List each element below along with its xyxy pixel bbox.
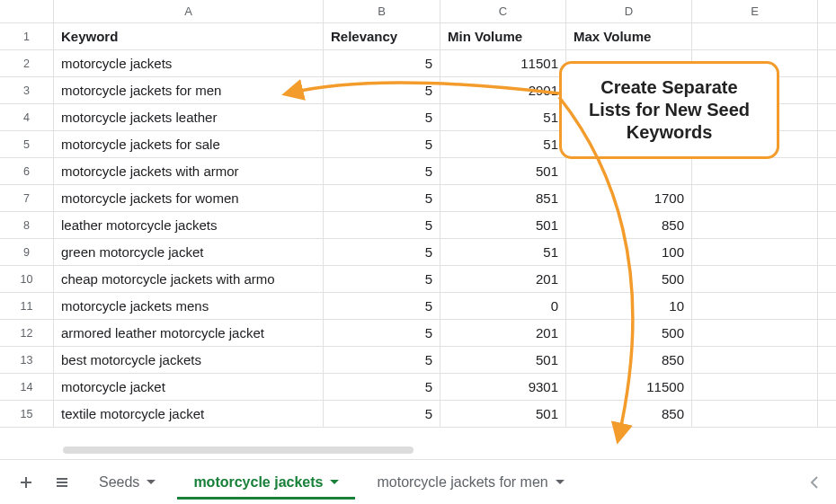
header-empty[interactable] [692,23,818,49]
row-number[interactable]: 5 [0,131,54,157]
horizontal-scrollbar[interactable] [63,447,414,454]
cell-relevancy[interactable]: 5 [324,266,440,292]
cell-empty[interactable] [692,347,818,373]
row-number[interactable]: 12 [0,320,54,346]
cell-min[interactable]: 501 [440,212,566,238]
cell-relevancy[interactable]: 5 [324,50,440,76]
cell-min[interactable]: 51 [440,104,566,130]
cell-keyword[interactable]: motorcycle jackets for women [54,185,324,211]
row-number[interactable]: 9 [0,239,54,265]
cell-keyword[interactable]: motorcycle jackets with armor [54,158,324,184]
sheet-tab-seeds[interactable]: Seeds [83,465,172,500]
cell-keyword[interactable]: motorcycle jacket [54,374,324,400]
cell-max[interactable]: 850 [566,212,692,238]
cell-relevancy[interactable]: 5 [324,158,440,184]
cell-keyword[interactable]: best motorcycle jackets [54,347,324,373]
cell-min[interactable]: 501 [440,401,566,427]
cell-keyword[interactable]: motorcycle jackets for sale [54,131,324,157]
cell-max[interactable]: 1700 [566,185,692,211]
cell-keyword[interactable]: armored leather motorcycle jacket [54,320,324,346]
select-all-corner[interactable] [0,0,54,22]
table-row: 10 cheap motorcycle jackets with armo 5 … [0,266,836,293]
cell-max[interactable]: 500 [566,266,692,292]
cell-relevancy[interactable]: 5 [324,374,440,400]
cell-min[interactable]: 0 [440,293,566,319]
col-header-C[interactable]: C [440,0,566,22]
cell-empty[interactable] [692,320,818,346]
table-row: 7 motorcycle jackets for women 5 851 170… [0,185,836,212]
cell-relevancy[interactable]: 5 [324,347,440,373]
col-header-A[interactable]: A [54,0,324,22]
row-number[interactable]: 13 [0,347,54,373]
row-number[interactable]: 3 [0,77,54,103]
sheet-tab-motorcycle-jackets[interactable]: motorcycle jackets [177,465,355,500]
cell-max[interactable] [566,158,692,184]
row-number[interactable]: 14 [0,374,54,400]
row-number[interactable]: 6 [0,158,54,184]
row-number[interactable]: 2 [0,50,54,76]
row-number[interactable]: 4 [0,104,54,130]
col-header-E[interactable]: E [692,0,818,22]
cell-keyword[interactable]: motorcycle jackets leather [54,104,324,130]
all-sheets-button[interactable] [47,467,77,498]
cell-keyword[interactable]: green motorcycle jacket [54,239,324,265]
cell-empty[interactable] [692,185,818,211]
cell-empty[interactable] [692,158,818,184]
cell-max[interactable]: 500 [566,320,692,346]
cell-keyword[interactable]: leather motorcycle jackets [54,212,324,238]
cell-keyword[interactable]: motorcycle jackets for men [54,77,324,103]
cell-empty[interactable] [692,401,818,427]
col-header-D[interactable]: D [566,0,692,22]
cell-relevancy[interactable]: 5 [324,239,440,265]
cell-min[interactable]: 2901 [440,77,566,103]
add-sheet-button[interactable] [11,467,41,498]
cell-relevancy[interactable]: 5 [324,104,440,130]
cell-max[interactable]: 850 [566,347,692,373]
cell-relevancy[interactable]: 5 [324,212,440,238]
cell-empty[interactable] [692,239,818,265]
cell-min[interactable]: 9301 [440,374,566,400]
cell-keyword[interactable]: motorcycle jackets [54,50,324,76]
cell-empty[interactable] [692,212,818,238]
cell-keyword[interactable]: cheap motorcycle jackets with armo [54,266,324,292]
cell-empty[interactable] [692,293,818,319]
cell-min[interactable]: 51 [440,131,566,157]
cell-keyword[interactable]: textile motorcycle jacket [54,401,324,427]
cell-min[interactable]: 201 [440,320,566,346]
cell-empty[interactable] [692,374,818,400]
header-relevancy[interactable]: Relevancy [324,23,440,49]
cell-keyword[interactable]: motorcycle jackets mens [54,293,324,319]
cell-max[interactable]: 100 [566,239,692,265]
cell-empty[interactable] [692,266,818,292]
cell-min[interactable]: 501 [440,347,566,373]
cell-relevancy[interactable]: 5 [324,77,440,103]
cell-min[interactable]: 201 [440,266,566,292]
cell-min[interactable]: 51 [440,239,566,265]
chevron-down-icon [147,480,156,484]
cell-max[interactable]: 850 [566,401,692,427]
cell-relevancy[interactable]: 5 [324,185,440,211]
table-row: 12 armored leather motorcycle jacket 5 2… [0,320,836,347]
header-keyword[interactable]: Keyword [54,23,324,49]
row-number[interactable]: 1 [0,23,54,49]
cell-relevancy[interactable]: 5 [324,131,440,157]
tab-scroll-left[interactable] [804,472,825,493]
col-header-B[interactable]: B [324,0,440,22]
header-min-volume[interactable]: Min Volume [440,23,566,49]
cell-max[interactable]: 10 [566,293,692,319]
row-number[interactable]: 7 [0,185,54,211]
cell-min[interactable]: 501 [440,158,566,184]
row-number[interactable]: 11 [0,293,54,319]
cell-max[interactable]: 11500 [566,374,692,400]
header-max-volume[interactable]: Max Volume [566,23,692,49]
cell-min[interactable]: 11501 [440,50,566,76]
sheet-tab-motorcycle-jackets-for-men[interactable]: motorcycle jackets for men [360,465,580,500]
row-number[interactable]: 8 [0,212,54,238]
cell-min[interactable]: 851 [440,185,566,211]
row-number[interactable]: 15 [0,401,54,427]
cell-relevancy[interactable]: 5 [324,320,440,346]
cell-relevancy[interactable]: 5 [324,401,440,427]
row-number[interactable]: 10 [0,266,54,292]
table-row: 11 motorcycle jackets mens 5 0 10 [0,293,836,320]
cell-relevancy[interactable]: 5 [324,293,440,319]
